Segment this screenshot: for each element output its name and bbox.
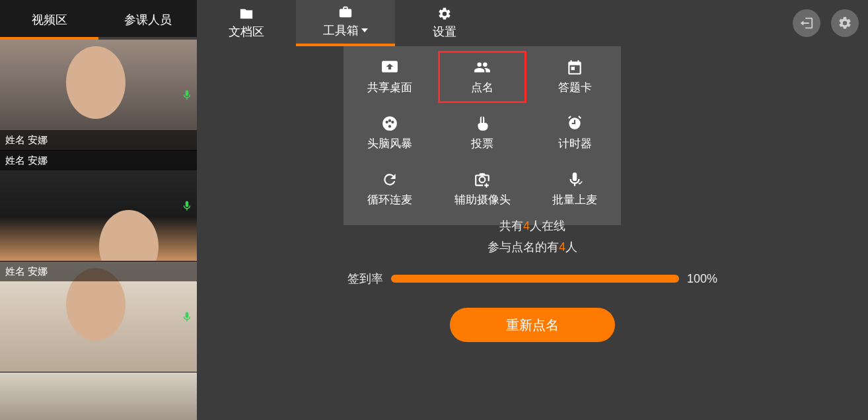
text: 人在线 — [530, 219, 565, 232]
rollcall-progress-row: 签到率 100% — [347, 271, 717, 287]
rollcall-panel: 共有4人在线 参与点名的有4人 签到率 100% 重新点名 — [347, 218, 717, 342]
video-tile[interactable]: 姓名 安娜 — [0, 262, 197, 372]
sidebar: 视频区 参课人员 姓名 安娜 姓名 安娜 姓名 安娜 姓名 安娜 — [0, 0, 197, 420]
main-area: 共有4人在线 参与点名的有4人 签到率 100% 重新点名 — [197, 46, 868, 420]
rate-percent: 100% — [687, 272, 717, 286]
video-name-bar: 姓名 安娜 — [0, 151, 197, 170]
text: 参与点名的有 — [488, 240, 559, 254]
mic-icon — [181, 308, 193, 326]
video-name-label: 姓名 安娜 — [5, 134, 48, 147]
restart-rollcall-button[interactable]: 重新点名 — [450, 308, 615, 342]
video-name-bar: 姓名 安娜 — [0, 262, 197, 281]
online-count: 4 — [523, 219, 530, 232]
mic-icon — [181, 197, 193, 215]
topbar-settings[interactable]: 设置 — [395, 0, 494, 46]
mic-icon — [181, 87, 193, 104]
video-tile[interactable]: 姓名 安娜 — [0, 372, 197, 420]
tab-label: 视频区 — [32, 12, 67, 28]
text: 共有 — [499, 219, 523, 232]
briefcase-icon — [336, 5, 355, 20]
progress-fill — [391, 275, 679, 283]
text: 人 — [565, 240, 577, 254]
video-list: 姓名 安娜 姓名 安娜 姓名 安娜 姓名 安娜 — [0, 40, 197, 420]
topbar-toolbox[interactable]: 工具箱 — [296, 0, 395, 46]
gear-icon — [838, 16, 852, 30]
video-tile[interactable]: 姓名 安娜 — [0, 151, 197, 262]
button-label: 重新点名 — [506, 316, 559, 334]
topbar-label: 设置 — [433, 24, 456, 40]
rollcall-online-line: 共有4人在线 — [347, 218, 717, 234]
video-thumbnail — [0, 372, 197, 420]
settings-button[interactable] — [831, 9, 859, 37]
progress-bar — [391, 275, 679, 283]
tab-label: 参课人员 — [124, 12, 172, 28]
logout-button[interactable] — [793, 9, 820, 37]
topbar: 文档区 工具箱 设置 — [197, 0, 868, 46]
participated-count: 4 — [559, 240, 565, 254]
rollcall-participated-line: 参与点名的有4人 — [347, 239, 717, 255]
logout-icon — [799, 16, 814, 30]
video-name-label: 姓名 安娜 — [5, 155, 48, 167]
video-name-label: 姓名 安娜 — [5, 265, 48, 278]
folder-icon — [237, 7, 256, 21]
gear-icon — [435, 7, 454, 21]
chevron-down-icon — [361, 28, 368, 32]
tab-video-area[interactable]: 视频区 — [0, 0, 98, 40]
rate-label: 签到率 — [347, 271, 383, 287]
tab-participants[interactable]: 参课人员 — [98, 0, 197, 40]
sidebar-tabs: 视频区 参课人员 — [0, 0, 197, 40]
topbar-label: 工具箱 — [323, 22, 359, 38]
topbar-documents[interactable]: 文档区 — [197, 0, 296, 46]
video-tile[interactable]: 姓名 安娜 — [0, 40, 197, 151]
topbar-label: 文档区 — [229, 24, 264, 40]
topbar-right — [793, 9, 859, 37]
video-name-bar: 姓名 安娜 — [0, 130, 197, 150]
